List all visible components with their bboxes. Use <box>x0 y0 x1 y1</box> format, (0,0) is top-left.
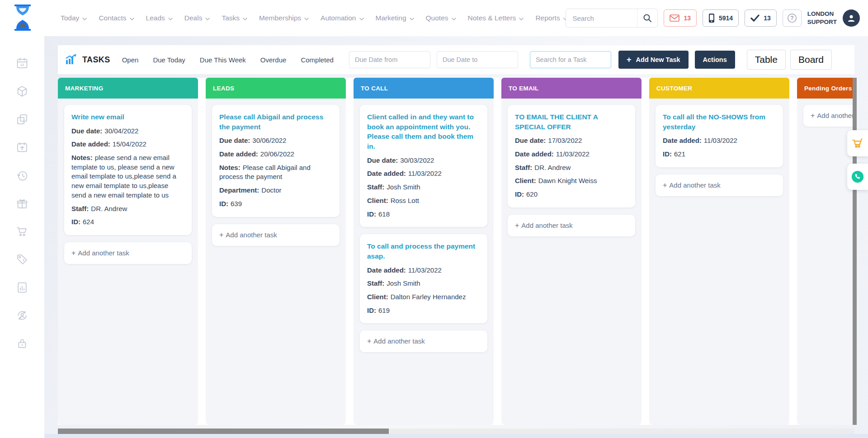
chevron-down-icon <box>130 18 134 20</box>
package-icon[interactable] <box>16 85 28 98</box>
plus-icon: + <box>71 249 75 257</box>
history-icon[interactable] <box>16 169 28 182</box>
task-card[interactable]: To call and process the payment asap. Da… <box>360 234 487 323</box>
horizontal-scrollbar[interactable] <box>58 429 854 434</box>
column-header: TO EMAIL <box>501 78 642 99</box>
calls-badge[interactable]: 5914 <box>703 9 739 27</box>
chevron-down-icon <box>452 18 456 20</box>
question-icon: ? <box>787 13 797 23</box>
due-date-from-input[interactable] <box>349 51 430 68</box>
tasks-badge[interactable]: 13 <box>745 9 777 27</box>
lock-icon[interactable] <box>16 337 28 350</box>
column-body: Client called in and they want to book a… <box>354 99 494 425</box>
due-date-to-input[interactable] <box>437 51 518 68</box>
column-body: TO EMAIL THE CLIENT A SPECIAL OFFER Due … <box>501 99 642 425</box>
nav-label: Notes & Letters <box>468 14 516 22</box>
search-icon[interactable] <box>637 9 657 27</box>
task-title[interactable]: Client called in and they want to book a… <box>367 112 480 151</box>
add-task-button[interactable]: +Add another task <box>656 174 783 196</box>
whatsapp-button[interactable] <box>847 164 868 190</box>
calendar-icon[interactable]: 12 <box>16 57 28 70</box>
messages-badge[interactable]: 13 <box>664 9 697 27</box>
filter-due-today[interactable]: Due Today <box>153 56 185 64</box>
column-body: +Add another task <box>797 99 854 425</box>
task-field: Client:Dalton Farley Hernandez <box>367 292 480 302</box>
task-field: Date added:15/04/2022 <box>71 140 184 149</box>
task-title[interactable]: To call all the NO-SHOWS from yesterday <box>663 112 776 132</box>
task-card[interactable]: Please call Abigail and process the paym… <box>212 105 340 217</box>
help-button[interactable]: ? <box>783 9 802 27</box>
task-field: Client:Ross Lott <box>367 196 480 206</box>
whatsapp-icon <box>851 170 864 184</box>
tasks-toolbar: TASKS Open Due Today Due This Week Overd… <box>58 45 854 74</box>
task-field: Staff:DR. Andrew <box>515 163 628 173</box>
task-field: Date added:11/03/2022 <box>367 266 480 275</box>
chevron-down-icon <box>205 18 210 20</box>
board-view-button[interactable]: Board <box>790 50 832 70</box>
filter-open[interactable]: Open <box>122 56 139 64</box>
nav-item-automation[interactable]: Automation <box>321 14 363 22</box>
chevron-down-icon <box>304 18 309 20</box>
task-field: ID:620 <box>515 190 628 199</box>
add-new-task-button[interactable]: + Add New Task <box>618 51 689 69</box>
nav-item-deals[interactable]: Deals <box>184 14 210 22</box>
column-marketing: MARKETING Write new email Due date:30/04… <box>58 78 198 425</box>
report-icon[interactable] <box>16 281 28 294</box>
nav-item-reports[interactable]: Reports <box>535 14 567 22</box>
nav-item-notes-letters[interactable]: Notes & Letters <box>468 14 524 22</box>
table-view-button[interactable]: Table <box>747 50 786 70</box>
header-actions: 13 5914 13 ? LONDON SUPPORT <box>566 0 860 36</box>
global-search-input[interactable] <box>566 14 637 22</box>
actions-button[interactable]: Actions <box>695 51 735 69</box>
calendar-add-icon[interactable] <box>16 141 28 154</box>
chevron-down-icon <box>243 18 247 20</box>
add-task-button[interactable]: +Add another task <box>508 215 635 236</box>
chevron-down-icon <box>519 18 524 20</box>
task-card[interactable]: Client called in and they want to book a… <box>360 105 487 227</box>
task-card[interactable]: Write new email Due date:30/04/2022 Date… <box>64 105 192 235</box>
horizontal-scrollbar-thumb[interactable] <box>58 429 389 434</box>
task-title[interactable]: Write new email <box>71 112 184 122</box>
avatar[interactable] <box>843 9 860 27</box>
chevron-down-icon <box>359 18 364 20</box>
task-field: Staff:Josh Smith <box>367 279 480 288</box>
add-task-button[interactable]: +Add another task <box>64 242 192 264</box>
nav-item-quotes[interactable]: Quotes <box>426 14 456 22</box>
task-field: Department:Doctor <box>219 186 332 195</box>
account-refresh-icon[interactable] <box>16 309 28 322</box>
task-card[interactable]: TO EMAIL THE CLIENT A SPECIAL OFFER Due … <box>508 105 635 207</box>
task-search-input[interactable] <box>530 51 611 68</box>
task-field: Due date:17/03/2022 <box>515 136 628 146</box>
nav-label: Quotes <box>426 14 448 22</box>
cart-icon[interactable] <box>16 225 28 238</box>
user-name[interactable]: LONDON SUPPORT <box>807 10 837 26</box>
filter-overdue[interactable]: Overdue <box>260 56 287 64</box>
nav-item-tasks[interactable]: Tasks <box>222 14 247 22</box>
filter-completed[interactable]: Completed <box>301 56 334 64</box>
orders-cart-icon <box>851 137 864 149</box>
task-field: Due date:30/06/2022 <box>219 136 332 146</box>
add-task-button[interactable]: +Add another task <box>803 105 854 127</box>
person-icon <box>847 14 856 23</box>
task-title[interactable]: To call and process the payment asap. <box>367 241 480 261</box>
column-to-call: TO CALL Client called in and they want t… <box>354 78 494 425</box>
gift-icon[interactable] <box>16 197 28 210</box>
task-field: Due date:30/03/2022 <box>367 156 480 165</box>
task-card[interactable]: To call all the NO-SHOWS from yesterday … <box>656 105 783 167</box>
orders-cart-button[interactable] <box>847 130 868 156</box>
task-title[interactable]: Please call Abigail and process the paym… <box>219 112 332 132</box>
nav-item-marketing[interactable]: Marketing <box>376 14 414 22</box>
nav-item-today[interactable]: Today <box>61 14 87 22</box>
add-task-button[interactable]: +Add another task <box>360 330 487 352</box>
filter-due-this-week[interactable]: Due This Week <box>200 56 246 64</box>
nav-item-memberships[interactable]: Memberships <box>259 14 309 22</box>
add-task-button[interactable]: +Add another task <box>212 224 340 246</box>
nav-item-contacts[interactable]: Contacts <box>99 14 134 22</box>
hourglass-logo-icon[interactable] <box>13 5 32 31</box>
price-tag-icon[interactable]: $ <box>16 253 28 266</box>
nav-label: Leads <box>146 14 165 22</box>
task-title[interactable]: TO EMAIL THE CLIENT A SPECIAL OFFER <box>515 112 628 132</box>
nav-item-leads[interactable]: Leads <box>146 14 173 22</box>
envelope-icon <box>670 14 679 22</box>
copy-icon[interactable] <box>16 113 28 126</box>
